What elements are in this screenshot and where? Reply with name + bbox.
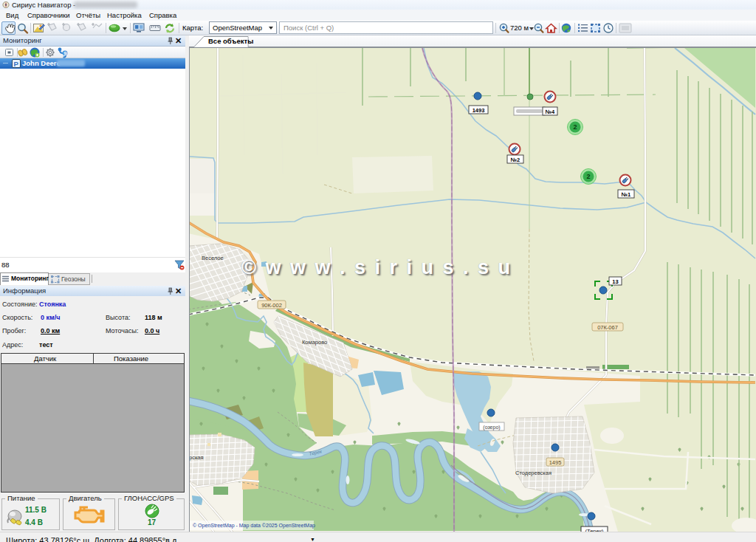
- svg-text:(Терек): (Терек): [585, 528, 604, 532]
- svg-text:07К-067: 07К-067: [597, 324, 618, 331]
- svg-text:1493: 1493: [472, 107, 485, 114]
- svg-text:© OpenStreetMap - Map data ©20: © OpenStreetMap - Map data ©2025 OpenStr…: [193, 523, 315, 529]
- svg-text:90К-002: 90К-002: [261, 302, 282, 309]
- svg-text:2: 2: [586, 173, 590, 180]
- svg-text:№4: №4: [546, 109, 555, 115]
- svg-text:P: P: [14, 60, 19, 68]
- svg-text:Стодеревская: Стодеревская: [515, 470, 551, 476]
- svg-text:1495: 1495: [549, 459, 562, 466]
- svg-text:№1: №1: [622, 191, 631, 198]
- svg-text:Комарово: Комарово: [302, 339, 327, 346]
- svg-text:(озеро): (озеро): [483, 425, 500, 430]
- svg-text:№2: №2: [511, 157, 520, 163]
- svg-text:Веселое: Веселое: [202, 255, 224, 261]
- svg-text:13: 13: [612, 278, 618, 285]
- svg-text:9: 9: [63, 50, 66, 57]
- svg-text:рская: рская: [190, 454, 204, 461]
- svg-text:2: 2: [573, 123, 577, 131]
